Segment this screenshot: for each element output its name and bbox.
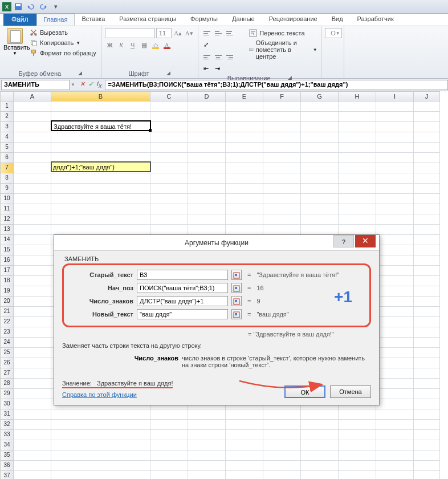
font-dialog-icon[interactable]: ◢ (166, 70, 170, 77)
range-selector-icon[interactable] (231, 270, 242, 280)
col-header[interactable]: A (14, 91, 51, 102)
arg-input-old-text[interactable] (137, 270, 228, 280)
row-header[interactable]: 31 (0, 409, 14, 420)
merge-center-button[interactable]: Объединить и поместить в центре▼ (249, 38, 317, 61)
row-header[interactable]: 8 (0, 173, 14, 184)
row-header[interactable]: 11 (0, 204, 14, 214)
cell-b7-editing[interactable]: дядя")+1;"ваш дядя") (51, 161, 151, 172)
row-header[interactable]: 19 (0, 286, 14, 297)
row-header[interactable]: 16 (0, 255, 14, 266)
confirm-formula-icon[interactable]: ✓ (88, 80, 93, 89)
row-header[interactable]: 28 (0, 379, 14, 389)
save-icon[interactable] (14, 2, 23, 11)
underline-button[interactable]: Ч (128, 40, 138, 50)
number-format-dropdown[interactable]: О ▼ (325, 28, 342, 38)
bold-button[interactable]: Ж (105, 40, 115, 50)
row-header[interactable]: 23 (0, 327, 14, 338)
col-header[interactable]: C (150, 91, 188, 102)
tab-view[interactable]: Вид (325, 14, 351, 26)
align-left-icon[interactable] (202, 52, 212, 62)
row-header[interactable]: 9 (0, 184, 14, 194)
undo-icon[interactable] (26, 2, 35, 11)
indent-increase-icon[interactable]: ⇥ (213, 63, 223, 74)
row-header[interactable]: 10 (0, 194, 14, 204)
align-middle-icon[interactable] (213, 28, 223, 38)
row-header[interactable]: 12 (0, 214, 14, 225)
row-header[interactable]: 37 (0, 471, 14, 479)
shrink-font-icon[interactable]: A▾ (184, 28, 194, 38)
tab-data[interactable]: Данные (225, 14, 262, 26)
row-header[interactable]: 5 (0, 143, 14, 153)
row-header[interactable]: 13 (0, 225, 14, 235)
grow-font-icon[interactable]: A▴ (173, 28, 183, 38)
row-header[interactable]: 17 (0, 266, 14, 276)
dialog-titlebar[interactable]: Аргументы функции ? ✕ (54, 235, 379, 251)
font-family-input[interactable] (105, 28, 155, 38)
currency-icon[interactable] (325, 52, 335, 63)
align-right-icon[interactable] (225, 52, 235, 62)
row-header[interactable]: 24 (0, 338, 14, 348)
clipboard-dialog-icon[interactable]: ◢ (78, 70, 82, 77)
row-header[interactable]: 7 (0, 163, 14, 173)
row-header[interactable]: 22 (0, 317, 14, 327)
namebox-dropdown-icon[interactable]: ▼ (70, 82, 76, 87)
row-header[interactable]: 35 (0, 450, 14, 461)
col-header[interactable]: J (414, 91, 440, 102)
qat-dropdown-icon[interactable]: ▾ (51, 2, 60, 11)
wrap-text-button[interactable]: Перенос текста (249, 28, 317, 38)
row-header[interactable]: 20 (0, 297, 14, 307)
row-header[interactable]: 36 (0, 461, 14, 471)
row-header[interactable]: 14 (0, 235, 14, 245)
select-all-corner[interactable] (0, 91, 14, 102)
copy-button[interactable]: Копировать▼ (28, 38, 97, 47)
dialog-close-button[interactable]: ✕ (355, 235, 376, 247)
row-header[interactable]: 4 (0, 132, 14, 143)
row-header[interactable]: 2 (0, 112, 14, 122)
font-color-button[interactable]: A (162, 40, 172, 50)
function-help-link[interactable]: Справка по этой функции (62, 391, 137, 398)
row-header[interactable]: 3 (0, 122, 14, 132)
arg-input-new-text[interactable] (137, 309, 228, 319)
dialog-help-button[interactable]: ? (333, 235, 354, 247)
row-header[interactable]: 25 (0, 348, 14, 358)
arg-input-num-chars[interactable] (137, 296, 228, 306)
row-header[interactable]: 29 (0, 389, 14, 399)
row-header[interactable]: 18 (0, 276, 14, 286)
tab-file[interactable]: Файл (3, 14, 36, 26)
format-painter-button[interactable]: Формат по образцу (28, 48, 97, 58)
col-header[interactable]: D (188, 91, 226, 102)
row-header[interactable]: 33 (0, 430, 14, 440)
fill-color-button[interactable]: ◇ (150, 40, 161, 50)
tab-formulas[interactable]: Формулы (184, 14, 225, 26)
tab-insert[interactable]: Вставка (75, 14, 112, 26)
font-size-input[interactable]: 11 (156, 28, 172, 38)
arg-input-start-pos[interactable] (137, 283, 228, 293)
fx-icon[interactable]: fx (97, 80, 102, 89)
tab-review[interactable]: Рецензирование (262, 14, 325, 26)
orientation-icon[interactable]: ⤢ (202, 39, 212, 50)
cancel-button[interactable]: Отмена (330, 385, 371, 398)
col-header[interactable]: F (263, 91, 301, 102)
row-header[interactable]: 15 (0, 245, 14, 255)
range-selector-icon[interactable] (231, 309, 242, 319)
tab-developer[interactable]: Разработчик (351, 14, 401, 26)
col-header[interactable]: E (226, 91, 263, 102)
formula-bar[interactable]: =ЗАМЕНИТЬ(B3;ПОИСК("ваша тётя";B3;1);ДЛС… (105, 80, 448, 90)
col-header[interactable]: B (51, 91, 150, 102)
cut-button[interactable]: Вырезать (28, 28, 97, 37)
range-selector-icon[interactable] (231, 296, 242, 306)
row-header[interactable]: 30 (0, 399, 14, 409)
row-header[interactable]: 26 (0, 358, 14, 368)
paste-button[interactable]: Вставить ▼ (3, 28, 26, 58)
row-header[interactable]: 21 (0, 307, 14, 317)
row-header[interactable]: 34 (0, 440, 14, 450)
col-header[interactable]: H (339, 91, 376, 102)
paste-dropdown-icon[interactable]: ▼ (3, 51, 26, 56)
tab-home[interactable]: Главная (36, 14, 75, 26)
row-header[interactable]: 6 (0, 153, 14, 163)
redo-icon[interactable] (39, 2, 48, 11)
row-header[interactable]: 32 (0, 420, 14, 430)
name-box[interactable]: ЗАМЕНИТЬ (1, 80, 70, 90)
row-header[interactable]: 1 (0, 102, 14, 112)
cancel-formula-icon[interactable]: ✕ (80, 80, 85, 89)
